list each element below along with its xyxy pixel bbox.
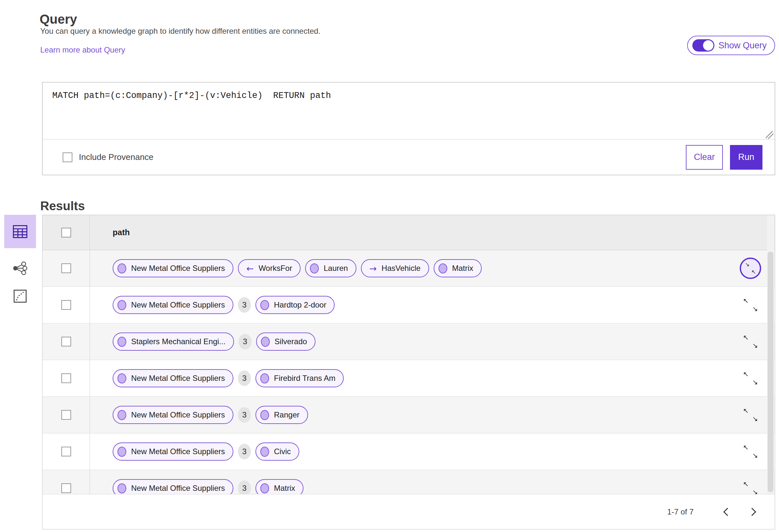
- row-checkbox-cell: [43, 287, 90, 323]
- node-pill-label: New Metal Office Suppliers: [131, 484, 225, 493]
- node-pill-label: Firebird Trans Am: [274, 374, 335, 383]
- include-provenance-checkbox[interactable]: [63, 152, 72, 162]
- row-checkbox[interactable]: [61, 483, 71, 493]
- path-pills: Staplers Mechanical Engi...3Silverado: [113, 332, 315, 351]
- node-pill-label: New Metal Office Suppliers: [131, 410, 225, 419]
- expand-row-icon[interactable]: ↖↘: [743, 407, 758, 422]
- row-checkbox-cell: [43, 250, 90, 286]
- graph-view-button[interactable]: [10, 261, 30, 276]
- graph-view-icon: [13, 261, 27, 275]
- row-checkbox[interactable]: [61, 263, 71, 273]
- main-content: Query You can query a knowledge graph to…: [42, 0, 775, 532]
- table-scrollbar[interactable]: [767, 215, 774, 494]
- node-pill[interactable]: Staplers Mechanical Engi...: [113, 332, 234, 351]
- collapsed-count-badge[interactable]: 3: [238, 480, 251, 496]
- node-circle-icon: [438, 263, 447, 273]
- node-circle-icon: [118, 447, 126, 457]
- arrow-down-right-icon: ↘: [745, 262, 750, 267]
- results-table: path New Metal Office Suppliers←WorksFor…: [42, 215, 775, 529]
- node-pill[interactable]: Ranger: [255, 406, 308, 424]
- table-view-icon: [13, 225, 27, 239]
- node-pill-label: Civic: [274, 447, 291, 456]
- collapsed-count-badge[interactable]: 3: [239, 334, 251, 349]
- edge-pill[interactable]: →HasVehicle: [361, 259, 429, 277]
- row-checkbox[interactable]: [61, 374, 71, 383]
- node-pill[interactable]: New Metal Office Suppliers: [113, 406, 233, 424]
- map-view-button[interactable]: [10, 288, 30, 304]
- show-query-toggle[interactable]: Show Query: [687, 36, 775, 55]
- row-checkbox[interactable]: [61, 300, 71, 310]
- node-circle-icon: [118, 483, 126, 493]
- pagination-prev-button[interactable]: [719, 505, 734, 519]
- chevron-left-icon: [723, 508, 731, 516]
- toggle-switch-icon[interactable]: [692, 39, 714, 52]
- query-panel-footer: Include Provenance Clear Run: [43, 139, 775, 175]
- edge-pill[interactable]: ←WorksFor: [238, 259, 301, 277]
- clear-button[interactable]: Clear: [686, 145, 723, 170]
- node-pill[interactable]: Silverado: [256, 332, 315, 351]
- arrow-up-left-icon: ↖: [752, 269, 756, 275]
- textarea-resize-grip[interactable]: [766, 131, 774, 139]
- row-checkbox[interactable]: [61, 410, 71, 420]
- expand-row-icon[interactable]: ↖↘: [743, 481, 758, 496]
- node-pill[interactable]: Hardtop 2-door: [255, 296, 335, 314]
- chevron-right-icon: [748, 508, 756, 516]
- expand-row-icon[interactable]: ↖↘: [743, 297, 758, 312]
- row-path-cell: New Metal Office Suppliers3Ranger: [90, 397, 726, 433]
- node-circle-icon: [260, 300, 269, 310]
- row-path-cell: New Metal Office Suppliers3Civic: [90, 434, 726, 470]
- arrow-up-left-icon: ↖: [743, 371, 749, 378]
- node-pill-label: New Metal Office Suppliers: [131, 301, 225, 310]
- node-pill[interactable]: New Metal Office Suppliers: [113, 443, 233, 461]
- select-all-checkbox[interactable]: [61, 228, 71, 238]
- node-pill[interactable]: Matrix: [434, 259, 482, 277]
- row-checkbox-cell: [43, 397, 90, 433]
- query-input[interactable]: MATCH path=(c:Company)-[r*2]-(v:Vehicle)…: [43, 82, 775, 139]
- node-pill[interactable]: New Metal Office Suppliers: [113, 296, 233, 314]
- collapsed-count-badge[interactable]: 3: [238, 371, 251, 386]
- row-checkbox-cell: [43, 360, 90, 396]
- node-pill-label: Hardtop 2-door: [274, 301, 326, 310]
- arrow-down-right-icon: ↘: [752, 342, 758, 349]
- collapsed-count-badge[interactable]: 3: [238, 297, 251, 313]
- table-row: New Metal Office Suppliers3Firebird Tran…: [43, 360, 775, 397]
- node-pill[interactable]: New Metal Office Suppliers: [113, 369, 233, 387]
- node-circle-icon: [118, 337, 126, 347]
- node-circle-icon: [260, 483, 269, 493]
- collapse-row-icon[interactable]: ↘↖: [740, 258, 761, 279]
- expand-row-icon[interactable]: ↖↘: [743, 334, 758, 349]
- pagination-range-label: 1-7 of 7: [667, 507, 694, 517]
- row-checkbox[interactable]: [61, 337, 71, 346]
- arrow-down-right-icon: ↘: [752, 306, 758, 312]
- path-column-header: path: [90, 215, 775, 250]
- table-view-button[interactable]: [4, 215, 36, 248]
- expand-row-icon[interactable]: ↖↘: [743, 444, 758, 459]
- node-pill[interactable]: Firebird Trans Am: [255, 369, 344, 387]
- collapsed-count-badge[interactable]: 3: [238, 444, 251, 459]
- run-button[interactable]: Run: [730, 145, 763, 170]
- row-checkbox[interactable]: [61, 447, 71, 456]
- map-view-icon: [13, 289, 27, 303]
- row-path-cell: Staplers Mechanical Engi...3Silverado: [90, 323, 726, 360]
- edge-pill-label: HasVehicle: [382, 264, 421, 273]
- node-circle-icon: [260, 410, 269, 420]
- include-provenance-label: Include Provenance: [79, 152, 154, 162]
- page-title: Query: [40, 12, 77, 26]
- path-pills: New Metal Office Suppliers3Firebird Tran…: [113, 369, 344, 387]
- node-pill-label: New Metal Office Suppliers: [131, 447, 225, 456]
- node-pill[interactable]: New Metal Office Suppliers: [113, 259, 233, 277]
- pagination-bar: 1-7 of 7: [43, 494, 775, 529]
- node-pill[interactable]: Civic: [255, 443, 299, 461]
- arrow-up-left-icon: ↖: [743, 297, 749, 304]
- node-pill-label: Matrix: [452, 264, 473, 273]
- pagination-next-button[interactable]: [745, 505, 761, 519]
- path-pills: New Metal Office Suppliers3Civic: [113, 443, 299, 461]
- arrow-up-left-icon: ↖: [743, 481, 749, 487]
- node-pill-label: New Metal Office Suppliers: [131, 374, 225, 383]
- scrollbar-thumb[interactable]: [768, 252, 774, 492]
- expand-row-icon[interactable]: ↖↘: [743, 371, 758, 386]
- collapsed-count-badge[interactable]: 3: [238, 407, 251, 423]
- results-view-switcher: [4, 215, 36, 304]
- node-pill[interactable]: Lauren: [305, 259, 356, 277]
- learn-more-link[interactable]: Learn more about Query: [40, 46, 125, 55]
